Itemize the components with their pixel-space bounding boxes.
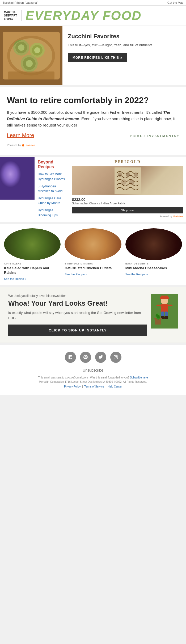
- unsubscribe-link[interactable]: Unsubscribe: [4, 368, 182, 372]
- svg-point-12: [10, 38, 52, 73]
- recipe-image-chicken: [65, 228, 121, 260]
- recipes-section: APPETIZERS Kale Salad with Capers and Ra…: [0, 224, 186, 285]
- beyond-link-1[interactable]: How to Get More Hydrangea Blooms: [38, 172, 65, 181]
- more-recipes-button[interactable]: MORE RECIPES LIKE THIS »: [68, 53, 127, 62]
- top-bar-left: Zucchini-Ribbon "Lasagna": [3, 1, 38, 4]
- svg-rect-26: [168, 305, 172, 306]
- ad-section: Want to retire comfortably in 2022? If y…: [0, 87, 186, 155]
- svg-point-37: [115, 356, 117, 358]
- feature-description: This fruit—yes, fruit!—is light, fresh, …: [68, 43, 181, 48]
- beyond-recipes-section: Beyond Recipes How to Get More Hydrangea…: [0, 157, 186, 222]
- svg-rect-24: [161, 304, 168, 312]
- beyond-link-2[interactable]: 5 Hydrangea Mistakes to Avoid: [38, 184, 62, 193]
- svg-rect-32: [155, 319, 161, 325]
- twitter-icon[interactable]: [95, 352, 106, 363]
- recipe-image-chocolate: [125, 228, 182, 260]
- brand-name: MARTHA STEWART LIVING: [4, 10, 22, 21]
- newsletter-description: Is exactly what people will say when you…: [8, 310, 147, 321]
- instagram-icon[interactable]: [110, 352, 121, 363]
- perigold-powered-by: Powered by LiveIntent: [72, 215, 183, 218]
- beyond-link-3[interactable]: Hydrangea Care Guide by Month: [38, 196, 61, 205]
- ad-body: If you have a $500,000 portfolio, downlo…: [7, 109, 179, 128]
- recipe-card-chicken: EVERYDAY DINNERS Oat-Crusted Chicken Cut…: [65, 228, 121, 281]
- recipe-category-chocolate: EASY DESSERTS: [125, 262, 182, 265]
- perigold-item-name: Schumacher Classics Indian Arbre Fabric: [72, 202, 183, 205]
- perigold-price: $232.00: [72, 197, 183, 202]
- signup-button[interactable]: CLICK TO SIGN UP INSTANTLY: [8, 325, 147, 336]
- ad-title: Want to retire comfortably in 2022?: [7, 95, 179, 105]
- recipe-link-chicken[interactable]: See the Recipe »: [65, 273, 87, 276]
- svg-point-38: [117, 356, 117, 356]
- help-link[interactable]: Help Center: [108, 385, 122, 388]
- top-bar-right[interactable]: Get the Mac: [167, 1, 183, 4]
- svg-point-15: [118, 172, 122, 177]
- svg-rect-25: [157, 305, 161, 306]
- recipe-card-kale: APPETIZERS Kale Salad with Capers and Ra…: [4, 228, 61, 281]
- list-item: How to Get More Hydrangea Blooms: [38, 171, 66, 181]
- facebook-icon[interactable]: [65, 352, 76, 363]
- newsletter-text: We think you'll totally love this newsle…: [8, 294, 147, 336]
- recipe-card-chocolate: EASY DESSERTS Mini Mocha Cheesecakes See…: [125, 228, 182, 281]
- list-item: 5 Hydrangea Mistakes to Avoid: [38, 184, 66, 193]
- footer: Unsubscribe This email was sent to xxxxx…: [0, 345, 186, 395]
- beyond-left: Beyond Recipes How to Get More Hydrangea…: [0, 157, 69, 222]
- svg-rect-30: [164, 316, 168, 319]
- list-item: Hydrangea Blooming Tips: [38, 208, 66, 217]
- svg-point-17: [134, 172, 138, 177]
- zucchini-image: [0, 26, 62, 85]
- list-item: Hydrangea Care Guide by Month: [38, 196, 66, 205]
- perigold-product-image: [72, 166, 183, 195]
- perigold-ad: PERIGOLD $232.00 Schumacher Classics Ind…: [69, 157, 186, 222]
- hydrangea-visual: [0, 157, 35, 200]
- pinterest-icon[interactable]: [80, 352, 91, 363]
- footer-address: Meredith Corporation 1716 Locust Street …: [4, 380, 182, 384]
- svg-point-18: [121, 179, 126, 185]
- feature-content: Zucchini Favorites This fruit—yes, fruit…: [62, 26, 186, 85]
- recipe-name-chocolate: Mini Mocha Cheesecakes: [125, 266, 182, 271]
- beyond-title: Beyond Recipes: [38, 160, 66, 169]
- perigold-liveintent: LiveIntent: [173, 215, 183, 218]
- recipes-grid: APPETIZERS Kale Salad with Capers and Ra…: [4, 228, 182, 281]
- recipe-link-chocolate[interactable]: See the Recipe »: [125, 273, 148, 276]
- beyond-content: Beyond Recipes How to Get More Hydrangea…: [35, 157, 69, 222]
- publication-title: EVERYDAY FOOD: [26, 8, 142, 23]
- header: MARTHA STEWART LIVING EVERYDAY FOOD: [0, 6, 186, 26]
- perigold-brand: PERIGOLD: [72, 160, 183, 164]
- recipe-link-kale[interactable]: See the Recipe »: [4, 277, 26, 280]
- recipe-category-kale: APPETIZERS: [4, 262, 61, 265]
- shop-now-button[interactable]: Shop now: [72, 207, 183, 213]
- beyond-link-4[interactable]: Hydrangea Blooming Tips: [38, 208, 58, 217]
- svg-rect-13: [8, 71, 54, 79]
- svg-rect-23: [161, 296, 168, 298]
- footer-info: This email was sent to xxxxxx@gmail.com …: [4, 376, 182, 380]
- social-icons: [4, 352, 182, 363]
- newsletter-section: We think you'll totally love this newsle…: [0, 287, 186, 343]
- ad-powered-by: Powered by LiveIntent: [7, 144, 179, 147]
- privacy-policy-link[interactable]: Privacy Policy: [64, 385, 81, 388]
- feature-title: Zucchini Favorites: [68, 33, 181, 40]
- hydrangea-image: [0, 157, 35, 200]
- svg-point-19: [129, 179, 134, 185]
- newsletter-image: [151, 294, 178, 329]
- recipe-category-chicken: EVERYDAY DINNERS: [65, 262, 121, 265]
- ad-brand-name: Fisher Investments®: [130, 134, 179, 138]
- recipe-name-chicken: Oat-Crusted Chicken Cutlets: [65, 266, 121, 271]
- recipe-image-kale: [4, 228, 61, 260]
- footer-links: Privacy Policy | Terms of Service | Help…: [4, 385, 182, 388]
- beyond-links-list: How to Get More Hydrangea Blooms 5 Hydra…: [38, 171, 66, 217]
- feature-section: Zucchini Favorites This fruit—yes, fruit…: [0, 26, 186, 85]
- recipe-name-kale: Kale Salad with Capers and Raisins: [4, 266, 61, 275]
- newsletter-pretitle: We think you'll totally love this newsle…: [8, 294, 147, 298]
- liveintent-logo: LiveIntent: [22, 144, 35, 147]
- feature-image: [0, 26, 62, 85]
- newsletter-inner: We think you'll totally love this newsle…: [8, 294, 178, 336]
- learn-more-link[interactable]: Learn More: [7, 132, 34, 138]
- top-bar: Zucchini-Ribbon "Lasagna" Get the Mac: [0, 0, 186, 6]
- svg-point-16: [126, 172, 130, 177]
- terms-link[interactable]: Terms of Service: [84, 385, 104, 388]
- newsletter-title: Whoa! Your Yard Looks Great!: [8, 299, 147, 308]
- subscribe-here-link[interactable]: Subscribe here: [130, 376, 148, 379]
